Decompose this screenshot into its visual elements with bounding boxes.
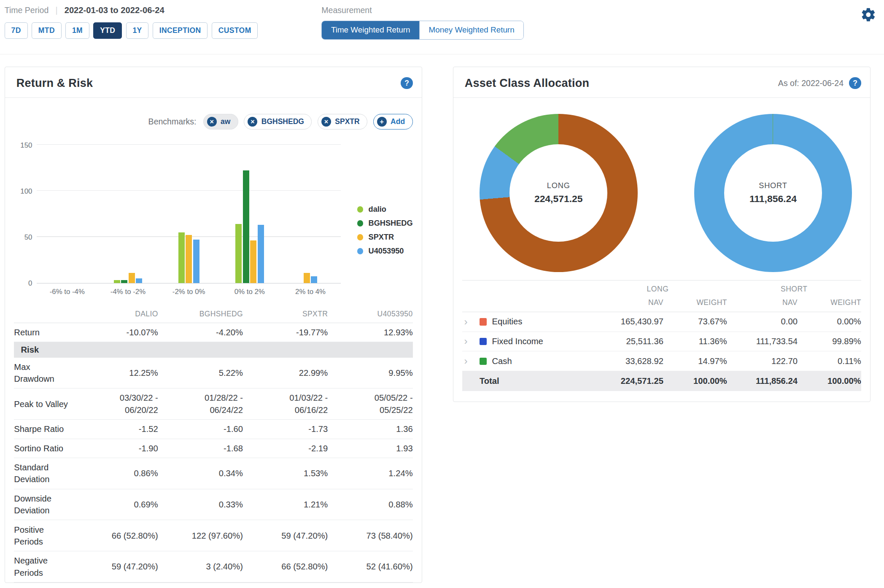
bar-group-2 xyxy=(159,145,219,283)
risk-row-label: Peak to Valley xyxy=(14,398,69,410)
chevron-right-icon[interactable]: › xyxy=(462,317,479,327)
allocation-row-cash[interactable]: ›Cash33,628.9214.97%122.700.11% xyxy=(462,351,861,371)
bar-u4053950-4[interactable] xyxy=(311,276,317,283)
legend-item-dalio[interactable]: dalio xyxy=(357,205,413,214)
bar-chart-plot xyxy=(37,145,341,283)
risk-cell: 3 (2.40%) xyxy=(158,561,243,572)
bar-spxtr-4[interactable] xyxy=(304,273,310,283)
return-risk-title: Return & Risk xyxy=(16,77,93,90)
bar-u4053950-3[interactable] xyxy=(258,225,264,283)
risk-cell: 66 (52.80%) xyxy=(73,530,158,542)
bar-u4053950-1[interactable] xyxy=(136,278,142,283)
allocation-cell: 122.70 xyxy=(727,356,798,366)
total-short-nav: 111,856.24 xyxy=(727,376,798,386)
remove-benchmark-icon[interactable]: × xyxy=(321,117,331,127)
risk-table-row: Peak to Valley03/30/22 - 06/20/2201/28/2… xyxy=(14,388,412,420)
bar-chart: 050100150 -6% to -4%-4% to -2%-2% to 0%0… xyxy=(14,145,412,296)
allocation-total-row: Total 224,571.25 100.00% 111,856.24 100.… xyxy=(462,371,861,391)
benchmark-chip-aw[interactable]: ×aw xyxy=(203,114,238,129)
risk-cell: -19.77% xyxy=(243,326,328,338)
add-benchmark-button[interactable]: + Add xyxy=(373,114,413,129)
risk-column-header: SPXTR xyxy=(243,309,328,319)
date-range: 2022-01-03 to 2022-06-24 xyxy=(65,5,164,15)
allocation-subheader: NAVWEIGHTNAVWEIGHT xyxy=(462,297,861,312)
period-button-custom[interactable]: CUSTOM xyxy=(212,22,258,39)
toggle-time-weighted-return[interactable]: Time Weighted Return xyxy=(322,21,419,39)
long-donut-label: LONG xyxy=(547,181,570,190)
bar-dalio-3[interactable] xyxy=(235,224,242,283)
as-of-date: As of: 2022-06-24 xyxy=(778,78,844,88)
benchmark-chip-bghshedg[interactable]: ×BGHSHEDG xyxy=(244,114,312,129)
legend-swatch xyxy=(357,234,364,240)
chart-legend: dalioBGHSHEDGSPXTRU4053950 xyxy=(357,205,413,297)
asset-class-cell: Fixed Income xyxy=(480,337,588,346)
x-tick-1: -4% to -2% xyxy=(97,288,158,296)
risk-column-header: BGHSHEDG xyxy=(158,309,243,319)
risk-cell: 1.21% xyxy=(243,499,328,510)
add-icon: + xyxy=(377,117,387,127)
allocation-cell: 11.36% xyxy=(663,337,727,346)
legend-item-u4053950[interactable]: U4053950 xyxy=(357,247,413,256)
remove-benchmark-icon[interactable]: × xyxy=(207,117,217,127)
bar-bghshedg-3[interactable] xyxy=(243,170,249,283)
long-group-label: LONG xyxy=(588,285,727,294)
chevron-right-icon[interactable]: › xyxy=(462,356,479,366)
bar-dalio-1[interactable] xyxy=(114,280,120,283)
risk-cell: 03/30/22 - 06/20/22 xyxy=(73,392,158,416)
risk-cell: 0.34% xyxy=(158,467,243,479)
long-donut-hole: LONG 224,571.25 xyxy=(509,144,607,242)
risk-cell: 12.25% xyxy=(73,367,158,379)
bar-spxtr-2[interactable] xyxy=(186,235,192,283)
asset-class-cell: Equities xyxy=(480,317,588,326)
risk-cell: 05/05/22 - 05/25/22 xyxy=(328,392,412,416)
risk-cell: -1.52 xyxy=(73,423,158,435)
period-button-1m[interactable]: 1M xyxy=(65,22,89,39)
risk-cell: -1.90 xyxy=(73,442,158,454)
allocation-row-equities[interactable]: ›Equities165,430.9773.67%0.000.00% xyxy=(462,312,861,332)
risk-cell: -10.07% xyxy=(73,326,158,338)
risk-cell: -1.73 xyxy=(243,423,328,435)
allocation-cell: 111,733.54 xyxy=(727,337,798,346)
risk-cell: 52 (41.60%) xyxy=(328,561,412,572)
risk-table-row: Max Drawdown12.25%5.22%22.99%9.95% xyxy=(14,358,412,389)
help-icon[interactable]: ? xyxy=(401,77,412,89)
period-button-7d[interactable]: 7D xyxy=(5,22,28,39)
bar-chart-y-axis: 050100150 xyxy=(14,145,37,283)
legend-item-bghshedg[interactable]: BGHSHEDG xyxy=(357,219,413,228)
risk-cell: 59 (47.20%) xyxy=(243,530,328,542)
asset-class-name: Equities xyxy=(492,317,523,326)
risk-cell: 01/28/22 - 06/24/22 xyxy=(158,392,243,416)
benchmark-chip-spxtr[interactable]: ×SPXTR xyxy=(318,114,367,129)
allocation-cell: 25,511.36 xyxy=(588,337,663,346)
bar-dalio-2[interactable] xyxy=(178,232,185,283)
chevron-right-icon[interactable]: › xyxy=(462,336,479,346)
bar-u4053950-2[interactable] xyxy=(193,240,199,283)
bar-group-3 xyxy=(219,145,280,283)
bar-spxtr-3[interactable] xyxy=(250,240,256,283)
short-donut-chart[interactable]: SHORT 111,856.24 xyxy=(694,114,852,272)
benchmarks-row: Benchmarks: ×aw×BGHSHEDG×SPXTR + Add xyxy=(14,114,412,129)
asset-class-cell: Cash xyxy=(480,356,588,366)
risk-column-header: U4053950 xyxy=(328,309,412,319)
period-button-1y[interactable]: 1Y xyxy=(126,22,149,39)
period-button-ytd[interactable]: YTD xyxy=(93,22,122,39)
period-button-mtd[interactable]: MTD xyxy=(32,22,62,39)
allocation-cell: 165,430.97 xyxy=(588,317,663,326)
risk-row-label: Sortino Ratio xyxy=(14,442,69,454)
remove-benchmark-icon[interactable]: × xyxy=(248,117,257,127)
toggle-money-weighted-return[interactable]: Money Weighted Return xyxy=(419,21,523,39)
risk-cell: 1.93 xyxy=(328,442,412,454)
measurement-toggle: Time Weighted ReturnMoney Weighted Retur… xyxy=(321,21,524,40)
x-tick-2: -2% to 0% xyxy=(159,288,219,296)
bar-group-1 xyxy=(97,145,158,283)
bar-bghshedg-1[interactable] xyxy=(121,280,127,283)
allocation-row-fixed-income[interactable]: ›Fixed Income25,511.3611.36%111,733.5499… xyxy=(462,332,861,352)
legend-item-spxtr[interactable]: SPXTR xyxy=(357,233,413,242)
bar-spxtr-1[interactable] xyxy=(129,273,135,283)
long-donut-chart[interactable]: LONG 224,571.25 xyxy=(480,114,638,272)
allocation-column-header: NAV xyxy=(727,298,798,307)
settings-gear-icon[interactable] xyxy=(860,7,876,23)
period-button-inception[interactable]: INCEPTION xyxy=(153,22,208,39)
help-icon[interactable]: ? xyxy=(849,77,861,89)
allocation-cell: 0.11% xyxy=(798,356,861,366)
